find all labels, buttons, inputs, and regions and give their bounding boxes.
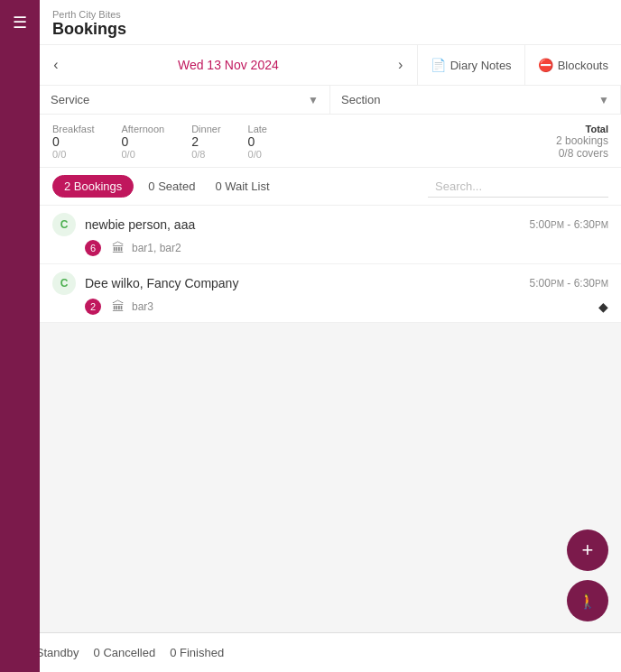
avatar: C — [52, 272, 76, 295]
booking-tables: bar3 — [132, 300, 153, 313]
diary-icon: 📄 — [431, 58, 446, 72]
diamond-icon: ◆ — [598, 299, 608, 314]
diary-notes-button[interactable]: 📄 Diary Notes — [417, 45, 524, 85]
current-date: Wed 13 Nov 2024 — [72, 49, 385, 81]
service-filter[interactable]: Service ▼ — [40, 86, 330, 114]
avatar: C — [52, 213, 76, 236]
blockouts-button[interactable]: ⛔ Blockouts — [524, 45, 621, 85]
stat-dinner: Dinner 2 0/8 — [191, 124, 220, 160]
app-subtitle: Perth City Bites — [52, 9, 608, 20]
section-filter[interactable]: Section ▼ — [330, 86, 621, 114]
tab-bookings[interactable]: 2 Bookings — [52, 175, 134, 198]
tab-seated[interactable]: 0 Seated — [143, 176, 200, 197]
add-booking-button[interactable]: + — [567, 529, 608, 571]
table-icon: 🏛 — [112, 241, 125, 255]
sidebar: ☰ — [0, 0, 40, 672]
booking-name: newbie person, aaa — [85, 217, 530, 232]
booking-tables: bar1, bar2 — [132, 242, 181, 254]
bottom-bar: ↓ 1 Standby 0 Cancelled 0 Finished — [0, 632, 621, 672]
stats-total: Total 2 bookings 0/8 covers — [556, 124, 608, 160]
finished-indicator: 0 Finished — [170, 646, 224, 659]
prev-date-button[interactable]: ‹ — [40, 45, 72, 85]
guests-badge: 6 — [85, 240, 101, 256]
app-header: Perth City Bites Bookings — [40, 0, 621, 45]
guests-badge: 2 — [85, 299, 101, 315]
cancelled-indicator: 0 Cancelled — [94, 646, 156, 659]
stat-late: Late 0 0/0 — [248, 124, 267, 160]
menu-icon[interactable]: ☰ — [13, 13, 27, 32]
booking-name: Dee wilko, Fancy Company — [85, 276, 530, 290]
bookings-list: C newbie person, aaa 5:00PM - 6:30PM 6 🏛… — [40, 206, 621, 323]
booking-time: 5:00PM - 6:30PM — [530, 218, 608, 231]
section-filter-arrow: ▼ — [598, 94, 609, 106]
booking-time: 5:00PM - 6:30PM — [530, 277, 608, 290]
date-nav: ‹ Wed 13 Nov 2024 › 📄 Diary Notes ⛔ Bloc… — [40, 45, 621, 86]
main-content — [40, 323, 621, 639]
stats-bar: Breakfast 0 0/0 Afternoon 0 0/0 Dinner 2… — [40, 115, 621, 168]
next-date-button[interactable]: › — [385, 45, 417, 85]
walk-in-button[interactable]: 🚶 — [567, 580, 608, 621]
fab-container: + 🚶 — [567, 529, 608, 621]
tab-waitlist[interactable]: 0 Wait List — [209, 176, 274, 197]
stat-afternoon: Afternoon 0 0/0 — [121, 124, 164, 160]
service-filter-arrow: ▼ — [308, 94, 319, 106]
filter-bar: Service ▼ Section ▼ — [40, 86, 621, 115]
tabs-bar: 2 Bookings 0 Seated 0 Wait List — [40, 168, 621, 206]
table-row[interactable]: C Dee wilko, Fancy Company 5:00PM - 6:30… — [40, 264, 621, 323]
table-row[interactable]: C newbie person, aaa 5:00PM - 6:30PM 6 🏛… — [40, 206, 621, 264]
blockout-icon: ⛔ — [538, 58, 553, 72]
page-title: Bookings — [52, 20, 608, 39]
search-input[interactable] — [428, 176, 608, 198]
stat-breakfast: Breakfast 0 0/0 — [52, 124, 94, 160]
table-icon: 🏛 — [112, 299, 125, 314]
